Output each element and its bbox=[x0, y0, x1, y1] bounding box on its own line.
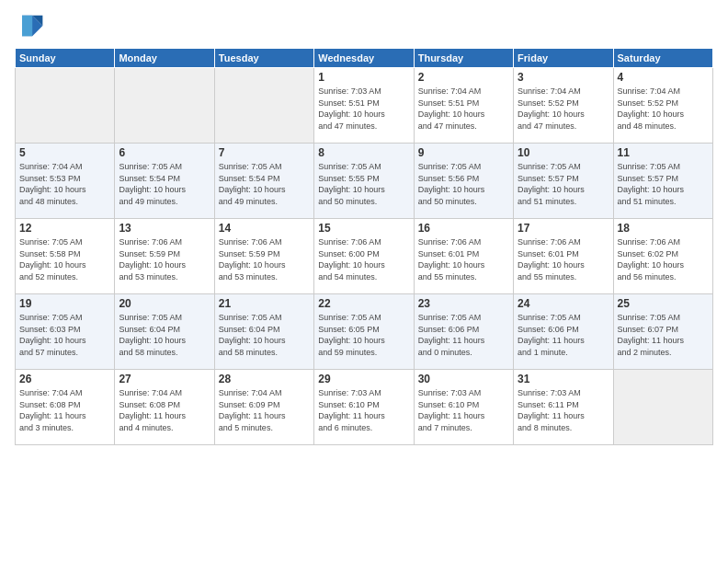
day-cell: 26Sunrise: 7:04 AM Sunset: 6:08 PM Dayli… bbox=[16, 370, 115, 445]
day-info: Sunrise: 7:06 AM Sunset: 6:00 PM Dayligh… bbox=[318, 236, 409, 282]
day-number: 18 bbox=[618, 222, 709, 235]
day-number: 1 bbox=[318, 71, 409, 84]
day-info: Sunrise: 7:04 AM Sunset: 5:52 PM Dayligh… bbox=[618, 86, 709, 132]
day-info: Sunrise: 7:03 AM Sunset: 5:51 PM Dayligh… bbox=[318, 86, 409, 132]
day-number: 13 bbox=[119, 222, 210, 235]
day-info: Sunrise: 7:06 AM Sunset: 6:02 PM Dayligh… bbox=[618, 236, 709, 282]
weekday-wednesday: Wednesday bbox=[314, 49, 414, 68]
day-number: 28 bbox=[219, 373, 310, 385]
day-info: Sunrise: 7:06 AM Sunset: 6:01 PM Dayligh… bbox=[418, 236, 509, 282]
day-info: Sunrise: 7:05 AM Sunset: 6:04 PM Dayligh… bbox=[219, 312, 310, 358]
day-number: 15 bbox=[318, 222, 409, 235]
day-number: 3 bbox=[518, 71, 609, 84]
day-cell: 27Sunrise: 7:04 AM Sunset: 6:08 PM Dayli… bbox=[115, 370, 214, 445]
day-number: 11 bbox=[618, 146, 709, 159]
day-number: 27 bbox=[119, 373, 210, 385]
day-cell: 23Sunrise: 7:05 AM Sunset: 6:06 PM Dayli… bbox=[414, 294, 513, 370]
day-number: 26 bbox=[19, 373, 110, 385]
calendar-table: SundayMondayTuesdayWednesdayThursdayFrid… bbox=[15, 48, 713, 445]
weekday-friday: Friday bbox=[514, 49, 613, 68]
day-info: Sunrise: 7:05 AM Sunset: 6:03 PM Dayligh… bbox=[19, 312, 110, 358]
day-info: Sunrise: 7:05 AM Sunset: 5:57 PM Dayligh… bbox=[518, 161, 609, 207]
day-info: Sunrise: 7:04 AM Sunset: 5:53 PM Dayligh… bbox=[19, 161, 110, 207]
day-cell: 24Sunrise: 7:05 AM Sunset: 6:06 PM Dayli… bbox=[514, 294, 613, 370]
day-cell: 13Sunrise: 7:06 AM Sunset: 5:59 PM Dayli… bbox=[115, 219, 214, 294]
day-cell bbox=[214, 68, 313, 144]
day-number: 14 bbox=[219, 222, 310, 235]
day-number: 6 bbox=[119, 146, 210, 159]
week-row-3: 12Sunrise: 7:05 AM Sunset: 5:58 PM Dayli… bbox=[16, 219, 713, 294]
day-info: Sunrise: 7:06 AM Sunset: 5:59 PM Dayligh… bbox=[119, 236, 210, 282]
day-number: 8 bbox=[318, 146, 409, 159]
day-cell: 12Sunrise: 7:05 AM Sunset: 5:58 PM Dayli… bbox=[16, 219, 115, 294]
logo-icon bbox=[15, 11, 44, 40]
weekday-thursday: Thursday bbox=[414, 49, 513, 68]
day-cell: 2Sunrise: 7:04 AM Sunset: 5:51 PM Daylig… bbox=[414, 68, 513, 144]
week-row-5: 26Sunrise: 7:04 AM Sunset: 6:08 PM Dayli… bbox=[16, 370, 713, 445]
day-number: 19 bbox=[19, 297, 110, 310]
day-cell: 1Sunrise: 7:03 AM Sunset: 5:51 PM Daylig… bbox=[314, 68, 414, 144]
day-info: Sunrise: 7:05 AM Sunset: 6:06 PM Dayligh… bbox=[518, 312, 609, 358]
day-info: Sunrise: 7:05 AM Sunset: 5:54 PM Dayligh… bbox=[219, 161, 310, 207]
day-number: 2 bbox=[418, 71, 509, 84]
day-cell: 7Sunrise: 7:05 AM Sunset: 5:54 PM Daylig… bbox=[214, 144, 313, 219]
day-cell: 8Sunrise: 7:05 AM Sunset: 5:55 PM Daylig… bbox=[314, 144, 414, 219]
day-cell: 31Sunrise: 7:03 AM Sunset: 6:11 PM Dayli… bbox=[514, 370, 613, 445]
day-cell: 14Sunrise: 7:06 AM Sunset: 5:59 PM Dayli… bbox=[214, 219, 313, 294]
day-cell bbox=[115, 68, 214, 144]
calendar-body: 1Sunrise: 7:03 AM Sunset: 5:51 PM Daylig… bbox=[16, 68, 713, 445]
day-cell: 16Sunrise: 7:06 AM Sunset: 6:01 PM Dayli… bbox=[414, 219, 513, 294]
day-cell: 21Sunrise: 7:05 AM Sunset: 6:04 PM Dayli… bbox=[214, 294, 313, 370]
day-number: 7 bbox=[219, 146, 310, 159]
day-info: Sunrise: 7:03 AM Sunset: 6:10 PM Dayligh… bbox=[418, 387, 509, 433]
day-cell bbox=[16, 68, 115, 144]
day-cell: 29Sunrise: 7:03 AM Sunset: 6:10 PM Dayli… bbox=[314, 370, 414, 445]
day-number: 5 bbox=[19, 146, 110, 159]
day-info: Sunrise: 7:06 AM Sunset: 6:01 PM Dayligh… bbox=[518, 236, 609, 282]
day-info: Sunrise: 7:04 AM Sunset: 6:08 PM Dayligh… bbox=[19, 387, 110, 433]
day-number: 29 bbox=[318, 373, 409, 385]
day-info: Sunrise: 7:05 AM Sunset: 6:04 PM Dayligh… bbox=[119, 312, 210, 358]
day-number: 16 bbox=[418, 222, 509, 235]
day-number: 30 bbox=[418, 373, 509, 385]
day-number: 20 bbox=[119, 297, 210, 310]
day-cell: 9Sunrise: 7:05 AM Sunset: 5:56 PM Daylig… bbox=[414, 144, 513, 219]
day-info: Sunrise: 7:04 AM Sunset: 5:52 PM Dayligh… bbox=[518, 86, 609, 132]
svg-marker-1 bbox=[22, 16, 32, 36]
day-info: Sunrise: 7:05 AM Sunset: 5:57 PM Dayligh… bbox=[618, 161, 709, 207]
day-cell: 11Sunrise: 7:05 AM Sunset: 5:57 PM Dayli… bbox=[613, 144, 712, 219]
day-number: 25 bbox=[618, 297, 709, 310]
weekday-tuesday: Tuesday bbox=[214, 49, 313, 68]
day-cell: 20Sunrise: 7:05 AM Sunset: 6:04 PM Dayli… bbox=[115, 294, 214, 370]
day-info: Sunrise: 7:05 AM Sunset: 5:54 PM Dayligh… bbox=[119, 161, 210, 207]
day-number: 12 bbox=[19, 222, 110, 235]
day-info: Sunrise: 7:05 AM Sunset: 5:58 PM Dayligh… bbox=[19, 236, 110, 282]
day-cell: 30Sunrise: 7:03 AM Sunset: 6:10 PM Dayli… bbox=[414, 370, 513, 445]
calendar-header: SundayMondayTuesdayWednesdayThursdayFrid… bbox=[16, 49, 713, 68]
day-number: 9 bbox=[418, 146, 509, 159]
day-number: 21 bbox=[219, 297, 310, 310]
day-info: Sunrise: 7:04 AM Sunset: 5:51 PM Dayligh… bbox=[418, 86, 509, 132]
page: SundayMondayTuesdayWednesdayThursdayFrid… bbox=[0, 0, 728, 563]
day-cell: 4Sunrise: 7:04 AM Sunset: 5:52 PM Daylig… bbox=[613, 68, 712, 144]
day-cell: 15Sunrise: 7:06 AM Sunset: 6:00 PM Dayli… bbox=[314, 219, 414, 294]
day-cell: 17Sunrise: 7:06 AM Sunset: 6:01 PM Dayli… bbox=[514, 219, 613, 294]
day-number: 23 bbox=[418, 297, 509, 310]
day-cell bbox=[613, 370, 712, 445]
weekday-monday: Monday bbox=[115, 49, 214, 68]
day-info: Sunrise: 7:06 AM Sunset: 5:59 PM Dayligh… bbox=[219, 236, 310, 282]
day-cell: 6Sunrise: 7:05 AM Sunset: 5:54 PM Daylig… bbox=[115, 144, 214, 219]
day-cell: 22Sunrise: 7:05 AM Sunset: 6:05 PM Dayli… bbox=[314, 294, 414, 370]
header bbox=[15, 11, 713, 40]
day-cell: 28Sunrise: 7:04 AM Sunset: 6:09 PM Dayli… bbox=[214, 370, 313, 445]
day-info: Sunrise: 7:05 AM Sunset: 5:56 PM Dayligh… bbox=[418, 161, 509, 207]
day-info: Sunrise: 7:05 AM Sunset: 6:06 PM Dayligh… bbox=[418, 312, 509, 358]
day-cell: 19Sunrise: 7:05 AM Sunset: 6:03 PM Dayli… bbox=[16, 294, 115, 370]
week-row-4: 19Sunrise: 7:05 AM Sunset: 6:03 PM Dayli… bbox=[16, 294, 713, 370]
day-number: 4 bbox=[618, 71, 709, 84]
day-number: 22 bbox=[318, 297, 409, 310]
day-cell: 18Sunrise: 7:06 AM Sunset: 6:02 PM Dayli… bbox=[613, 219, 712, 294]
week-row-1: 1Sunrise: 7:03 AM Sunset: 5:51 PM Daylig… bbox=[16, 68, 713, 144]
day-number: 17 bbox=[518, 222, 609, 235]
day-cell: 5Sunrise: 7:04 AM Sunset: 5:53 PM Daylig… bbox=[16, 144, 115, 219]
